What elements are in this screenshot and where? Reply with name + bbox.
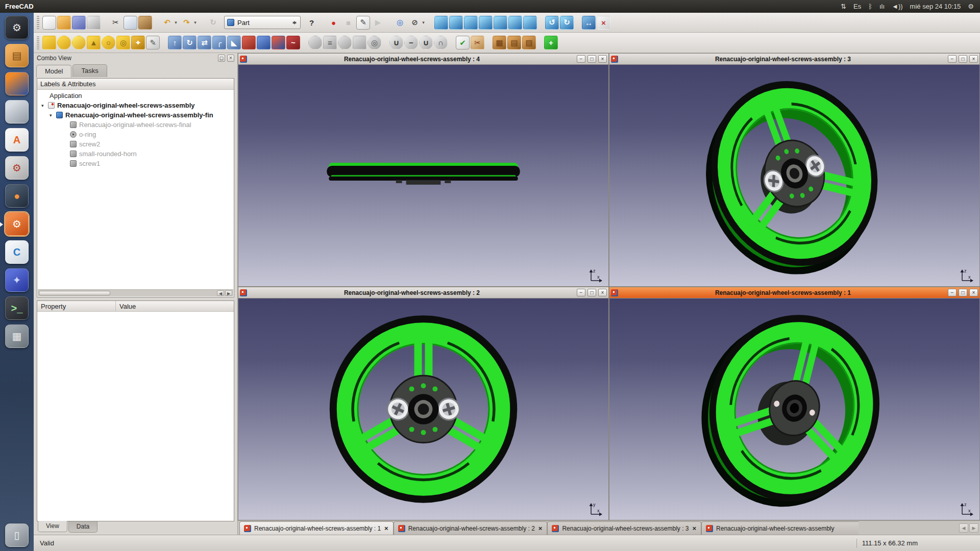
primitive-tube[interactable]: ◎ [116, 36, 130, 49]
viewport-3d-side-view[interactable]: z x [238, 65, 608, 286]
save-document[interactable] [72, 16, 86, 30]
scrollbar-thumb[interactable] [39, 291, 110, 295]
fillet[interactable]: ╭ [212, 36, 226, 49]
sep[interactable] [577, 16, 578, 29]
view-top[interactable] [464, 16, 478, 30]
sep[interactable] [451, 37, 452, 49]
tab-view[interactable]: View [38, 521, 67, 532]
shape-builder[interactable]: ✎ [146, 36, 160, 49]
view-axonometric[interactable] [434, 16, 448, 30]
cura[interactable]: C [5, 240, 29, 264]
mdi-tab-2[interactable]: Renacuajo-original-wheel-screws-assembly… [394, 521, 548, 535]
freecad[interactable]: ⚙ [5, 212, 29, 236]
refresh[interactable]: ↻ [206, 16, 220, 30]
measure-distance[interactable]: ↔ [582, 16, 596, 30]
keyboard-layout-indicator[interactable]: Es [853, 3, 861, 10]
close-button[interactable]: × [598, 55, 607, 63]
trash[interactable]: ▯ [5, 523, 29, 547]
make-face[interactable] [242, 36, 256, 49]
rotate-right[interactable]: ↻ [560, 16, 574, 30]
draw-style[interactable]: ⊘ [408, 16, 422, 30]
panel-float-button[interactable]: ◻ [218, 55, 225, 62]
workspace-switcher[interactable]: ▦ [5, 324, 29, 348]
macro-record[interactable]: ● [327, 16, 340, 30]
sep[interactable] [163, 37, 164, 49]
app-blue[interactable]: ✦ [5, 268, 29, 292]
firefox[interactable] [5, 72, 29, 95]
toolbar-handle[interactable] [37, 16, 39, 29]
tree-item-assembly[interactable]: ▾ Renacuajo-original-wheel-screws-assemb… [37, 101, 234, 110]
network-icon[interactable]: ılı [879, 3, 885, 10]
boolean[interactable]: ∪ [389, 36, 403, 49]
bluetooth-icon[interactable]: ᛒ [868, 3, 872, 10]
mdi-tab-3[interactable]: Renacuajo-original-wheel-screws-assembly… [547, 521, 701, 535]
macro-edit[interactable]: ✎ [356, 16, 370, 30]
browser[interactable] [5, 100, 29, 123]
tree-item-small-rounded-horn[interactable]: small-rounded-horn [37, 149, 234, 159]
minimize-button[interactable]: − [948, 289, 957, 296]
undo-menu[interactable]: ▾ [173, 16, 179, 30]
thickness[interactable]: ◎ [368, 36, 381, 49]
mdi-tab-4[interactable]: Renacuajo-original-wheel-screws-assembly [701, 521, 859, 535]
tab-close-icon[interactable]: × [538, 524, 543, 532]
tree-item-screw2[interactable]: screw2 [37, 139, 234, 149]
extrude[interactable]: ↑ [168, 36, 182, 49]
material[interactable]: ▤ [507, 36, 521, 49]
window-2-titlebar[interactable]: Renacuajo-original-wheel-screws-assembly… [238, 287, 608, 298]
redo-menu[interactable]: ▾ [192, 16, 198, 30]
sep[interactable] [541, 16, 542, 29]
macro-execute[interactable]: ▶ [371, 16, 385, 30]
scroll-right-arrow[interactable]: ▶ [225, 290, 232, 296]
create-primitives[interactable]: ✦ [131, 36, 145, 49]
window-3-titlebar[interactable]: Renacuajo-original-wheel-screws-assembly… [609, 54, 979, 65]
defeaturing[interactable]: ✂ [471, 36, 484, 49]
tab-close-icon[interactable]: × [692, 524, 697, 532]
boolean-common[interactable]: ∩ [434, 36, 448, 49]
sep[interactable] [540, 37, 541, 49]
tab-scroll-left-icon[interactable]: ◀ [959, 523, 968, 533]
minimize-button[interactable]: − [577, 55, 585, 63]
tree-item-o-ring[interactable]: o-ring [37, 130, 234, 139]
value-column-header[interactable]: Value [116, 301, 234, 311]
primitive-cone[interactable]: ▲ [87, 36, 101, 49]
sweep[interactable]: ~ [286, 36, 300, 49]
view-left[interactable] [523, 16, 537, 30]
tree-item-screw1[interactable]: screw1 [37, 159, 234, 168]
mirror[interactable]: ⇄ [198, 36, 211, 49]
maximize-button[interactable]: □ [959, 289, 967, 296]
tab-model[interactable]: Model [36, 65, 71, 78]
volume-icon[interactable]: ◄)) [892, 3, 903, 10]
open-document[interactable] [57, 16, 71, 30]
clock[interactable]: mié sep 24 10:15 [910, 3, 961, 10]
fit-all[interactable]: ◎ [393, 16, 407, 30]
rotate-left[interactable]: ↺ [545, 16, 559, 30]
sep[interactable] [156, 16, 157, 29]
dash-home[interactable]: ⚙ [5, 16, 29, 39]
viewport-3d-isometric-view[interactable]: z x [609, 65, 979, 286]
sep[interactable] [202, 16, 203, 29]
close-button[interactable]: × [598, 289, 607, 296]
sep[interactable] [104, 16, 105, 29]
tree-item-application[interactable]: Application [37, 91, 234, 101]
paste[interactable] [138, 16, 152, 30]
copy[interactable] [124, 16, 137, 30]
workbench-selector[interactable]: Part [224, 16, 301, 29]
panel-close-button[interactable]: × [227, 55, 234, 62]
view-right[interactable] [479, 16, 493, 30]
primitive-torus[interactable]: ○ [102, 36, 115, 49]
ubuntu-software[interactable]: A [5, 128, 29, 152]
whats-this[interactable]: ? [305, 16, 318, 30]
files[interactable]: ▤ [5, 44, 29, 67]
macro-stop[interactable]: ■ [341, 16, 355, 30]
sep[interactable] [322, 16, 323, 29]
maximize-button[interactable]: □ [587, 55, 596, 63]
maximize-button[interactable]: □ [587, 289, 596, 296]
primitive-cylinder[interactable] [57, 36, 71, 49]
sep[interactable] [388, 16, 389, 29]
tree-item-assembly-final[interactable]: ▾ Renacuajo-original-wheel-screws-assemb… [37, 110, 234, 120]
print-document[interactable] [87, 16, 101, 30]
boolean-union[interactable]: ∪ [419, 36, 433, 49]
tree-horizontal-scrollbar[interactable]: ◀ ▶ [38, 289, 233, 296]
redo[interactable]: ↷ [180, 16, 193, 30]
sep[interactable] [430, 16, 431, 29]
